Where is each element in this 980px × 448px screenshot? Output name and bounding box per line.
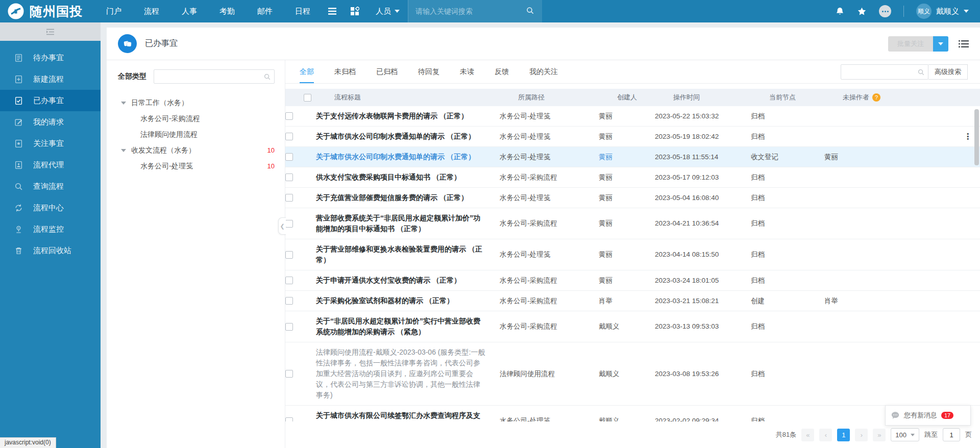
hamburger-menu-icon[interactable] (328, 8, 337, 15)
flow-title-link[interactable]: 关于营业部维修和更换水表检验装置费用的请示 （正常） (301, 244, 500, 265)
column-operator[interactable]: 未操作者 (843, 93, 869, 102)
table-row[interactable]: 关于采购化验室试剂和器材的请示 （正常） 水务公司-采购流程 肖举 2023-0… (285, 291, 980, 311)
notifications-bell-icon[interactable] (835, 7, 845, 16)
column-path[interactable]: 所属路径 (518, 93, 617, 102)
help-question-icon[interactable]: ? (872, 93, 880, 102)
table-row[interactable]: 关于“非居民用水超定额累计加价”实行中营业部收费系统功能增加的采购请示 （紧急）… (285, 311, 980, 342)
row-checkbox[interactable] (285, 297, 293, 305)
first-page-button[interactable]: « (801, 429, 814, 441)
table-row[interactable]: 关于营业部维修和更换水表检验装置费用的请示 （正常） 水务公司-处理笺 黄丽 2… (285, 239, 980, 270)
sidebar-item[interactable]: 流程中心 (0, 197, 101, 218)
search-icon[interactable] (917, 68, 925, 78)
row-checkbox[interactable] (285, 112, 293, 120)
sidebar-collapse-button[interactable] (0, 22, 101, 41)
nav-menu-item[interactable]: 邮件 (257, 7, 273, 16)
next-page-button[interactable]: › (855, 429, 868, 441)
tree-node[interactable]: 水务公司-采购流程 (118, 111, 275, 127)
flow-title-link[interactable]: 关于支付远传水表物联网卡费用的请示 （正常） (301, 111, 500, 121)
type-filter-input[interactable] (154, 69, 275, 84)
flow-title-link[interactable]: 关于“非居民用水超定额累计加价”实行中营业部收费系统功能增加的采购请示 （紧急） (301, 316, 500, 337)
user-menu[interactable]: 顺义 戴顺义 (916, 4, 969, 19)
nav-menu-item[interactable]: 门户 (106, 7, 121, 16)
table-row[interactable]: 营业部收费系统关于“非居民用水超定额累计加价”功能增加的项目中标通知书 （正常）… (285, 208, 980, 239)
nav-menu-item[interactable]: 考勤 (219, 7, 235, 16)
nav-menu-item[interactable]: 日程 (295, 7, 310, 16)
batch-follow-button[interactable]: 批量关注 (888, 36, 933, 52)
apps-grid-icon[interactable] (350, 7, 359, 16)
jump-page-input[interactable] (943, 428, 960, 441)
flow-title-link[interactable]: 关于采购化验室试剂和器材的请示 （正常） (301, 295, 500, 306)
list-view-icon[interactable] (959, 40, 969, 48)
nav-menu-item[interactable]: 流程 (144, 7, 159, 16)
flow-title-link[interactable]: 法律顾问使用流程-戴顺义-2023-03-06 (服务类型:一般性法律事务，包括… (301, 347, 500, 401)
page-size-select[interactable]: 100 (891, 428, 919, 441)
flow-title-link[interactable]: 供水支付宝收费采购项目中标通知书 （正常） (301, 172, 500, 183)
row-checkbox[interactable] (285, 153, 293, 161)
new-message-toast[interactable]: 您有新消息 17 (885, 405, 971, 426)
favorites-star-icon[interactable] (857, 7, 867, 16)
last-page-button[interactable]: » (873, 429, 886, 441)
column-time[interactable]: 操作时间 (673, 93, 769, 102)
column-creator[interactable]: 创建人 (617, 93, 673, 102)
status-tab[interactable]: 全部 (300, 60, 314, 83)
list-search-input[interactable] (841, 64, 928, 80)
flow-title-link[interactable]: 关于城市供水公司印制水费通知单的请示 （正常） (301, 152, 500, 162)
row-checkbox[interactable] (285, 173, 293, 181)
panel-collapse-handle[interactable]: ❮ (278, 217, 286, 235)
table-row[interactable]: 法律顾问使用流程-戴顺义-2023-03-06 (服务类型:一般性法律事务，包括… (285, 342, 980, 406)
sidebar-item[interactable]: 流程回收站 (0, 240, 101, 261)
row-checkbox[interactable] (285, 220, 293, 228)
status-tab[interactable]: 已归档 (376, 60, 398, 83)
search-icon[interactable] (263, 73, 271, 82)
row-checkbox[interactable] (285, 194, 293, 202)
status-tab[interactable]: 未归档 (334, 60, 356, 83)
tree-node[interactable]: 收发文流程（水务） 10 (118, 142, 275, 158)
tree-node[interactable]: 水务公司-处理笺 10 (118, 158, 275, 174)
flow-title-link[interactable]: 关于充值营业部催费短信服务费的请示 （正常） (301, 192, 500, 203)
tree-node[interactable]: 法律顾问使用流程 (118, 127, 275, 142)
status-tab[interactable]: 未读 (460, 60, 474, 83)
people-scope-dropdown[interactable]: 人员 (376, 7, 400, 16)
sidebar-item[interactable]: 新建流程 (0, 68, 101, 90)
select-all-checkbox[interactable] (304, 94, 311, 102)
tree-expand-icon[interactable] (121, 149, 126, 152)
sidebar-item[interactable]: 已办事宜 (0, 90, 101, 111)
table-row[interactable]: 关于城市供水有限公司续签鄂汇办水费查询程序及支付2023年服务费的请示 （重要）… (285, 406, 980, 421)
flow-title-link[interactable]: 关于申请开通供水支付宝收费的请示 （正常） (301, 275, 500, 286)
table-row[interactable]: 关于申请开通供水支付宝收费的请示 （正常） 水务公司-采购流程 黄丽 2023-… (285, 270, 980, 291)
table-row[interactable]: 关于支付远传水表物联网卡费用的请示 （正常） 水务公司-处理笺 黄丽 2023-… (285, 106, 980, 127)
status-tab[interactable]: 我的关注 (529, 60, 558, 83)
batch-follow-dropdown[interactable] (933, 36, 948, 52)
search-icon[interactable] (526, 6, 534, 16)
flow-title-link[interactable]: 关于城市供水公司印制水费通知单的请示 （正常） (301, 131, 500, 142)
row-checkbox[interactable] (285, 417, 293, 422)
status-tab[interactable]: 反馈 (495, 60, 509, 83)
scrollbar-thumb[interactable] (974, 109, 979, 165)
sidebar-item[interactable]: 待办事宜 (0, 47, 101, 68)
status-tab[interactable]: 待回复 (418, 60, 439, 83)
column-node[interactable]: 当前节点 (769, 93, 843, 102)
row-checkbox[interactable] (285, 370, 293, 378)
sidebar-item[interactable]: 流程监控 (0, 218, 101, 240)
sidebar-item[interactable]: 我的请求 (0, 111, 101, 133)
row-checkbox[interactable] (285, 251, 293, 259)
table-row[interactable]: 关于充值营业部催费短信服务费的请示 （正常） 水务公司-处理笺 黄丽 2023-… (285, 188, 980, 208)
sidebar-item[interactable]: 查询流程 (0, 176, 101, 197)
brand[interactable]: 随州国投 (0, 3, 96, 20)
row-checkbox[interactable] (285, 323, 293, 331)
row-checkbox[interactable] (285, 277, 293, 284)
tree-expand-icon[interactable] (121, 102, 126, 105)
advanced-search-button[interactable]: 高级搜索 (928, 64, 968, 80)
page-1-button[interactable]: 1 (837, 429, 850, 441)
tree-node[interactable]: 日常工作（水务） (118, 95, 275, 111)
table-row[interactable]: 关于城市供水公司印制水费通知单的请示 （正常） 水务公司-处理笺 黄丽 2023… (285, 147, 980, 167)
prev-page-button[interactable]: ‹ (819, 429, 832, 441)
row-checkbox[interactable] (285, 133, 293, 140)
global-search-input[interactable] (408, 0, 542, 22)
nav-menu-item[interactable]: 人事 (182, 7, 197, 16)
table-row[interactable]: 关于城市供水公司印制水费通知单的请示 （正常） 水务公司-处理笺 黄丽 2023… (285, 127, 980, 147)
column-title[interactable]: 流程标题 (319, 93, 518, 102)
table-row[interactable]: 供水支付宝收费采购项目中标通知书 （正常） 水务公司-采购流程 黄丽 2023-… (285, 167, 980, 188)
flow-title-link[interactable]: 营业部收费系统关于“非居民用水超定额累计加价”功能增加的项目中标通知书 （正常） (301, 213, 500, 234)
more-ellipsis-icon[interactable] (879, 5, 891, 17)
